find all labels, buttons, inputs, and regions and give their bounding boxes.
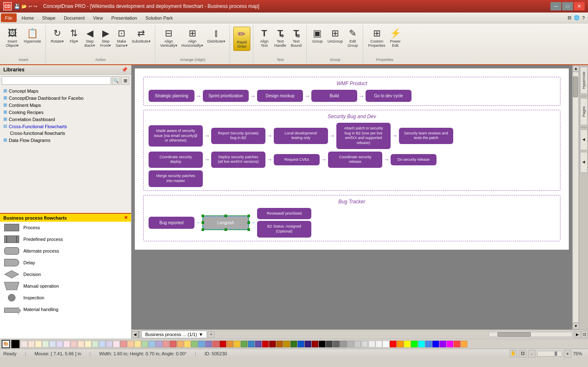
- color-swatch[interactable]: [418, 341, 425, 347]
- color-swatch[interactable]: [191, 341, 198, 347]
- distribute-button[interactable]: ⫿ Distribute▾: [206, 27, 227, 45]
- box-design-mockup[interactable]: Design mockup: [257, 90, 303, 102]
- scroll-track[interactable]: [573, 72, 579, 323]
- zoom-slider-thumb[interactable]: [555, 352, 557, 356]
- box-build[interactable]: Build: [311, 90, 357, 102]
- color-swatch[interactable]: [71, 341, 77, 347]
- box-go-to-dev-cycle[interactable]: Go to dev cycle: [366, 90, 411, 102]
- flip-button[interactable]: ⇅ Flip▾: [66, 27, 81, 45]
- scroll-down-button[interactable]: ▼: [573, 323, 579, 329]
- shape-predefined-process[interactable]: Predefined process: [0, 233, 131, 245]
- color-swatch[interactable]: [248, 341, 255, 347]
- handle-tl[interactable]: [202, 215, 204, 217]
- color-swatch[interactable]: [262, 341, 269, 347]
- color-swatch[interactable]: [205, 341, 212, 347]
- box-coordinate-security-deploy[interactable]: Coordinate security deploy: [149, 152, 203, 168]
- scroll-up-button[interactable]: ▲: [573, 65, 579, 72]
- library-settings-button[interactable]: ⊞: [121, 76, 129, 85]
- color-swatch[interactable]: [340, 341, 347, 347]
- color-swatch[interactable]: [397, 341, 404, 347]
- color-swatch[interactable]: [163, 341, 169, 347]
- color-swatch[interactable]: [106, 341, 113, 347]
- color-swatch[interactable]: [298, 341, 304, 347]
- tree-item-correlation-dashboard[interactable]: ⊞ Correlation Dashboard: [0, 116, 131, 123]
- color-swatch[interactable]: [411, 341, 418, 347]
- rotate-button[interactable]: ↻ Rotate▾: [49, 27, 66, 45]
- shape-manual-operation[interactable]: Manual operation: [0, 280, 131, 292]
- canvas-tab[interactable]: Business process ... (1/1) ▼: [141, 331, 207, 338]
- handle-tr[interactable]: [247, 215, 250, 217]
- tree-item-conceptdraw-dashboard[interactable]: ⊞ ConceptDraw Dashboard for Facebo: [0, 94, 131, 101]
- search-button[interactable]: 🔍: [112, 76, 120, 85]
- make-same-button[interactable]: ⊡ MakeSame▾: [114, 27, 129, 49]
- color-swatch[interactable]: [113, 341, 120, 347]
- color-swatch[interactable]: [56, 341, 63, 347]
- color-swatch[interactable]: [454, 341, 460, 347]
- color-swatch[interactable]: [283, 341, 290, 347]
- group-button[interactable]: ▣ Group: [310, 27, 325, 45]
- tree-item-cross-functional-sub[interactable]: Cross-functional flowcharts: [0, 130, 131, 137]
- fit-page-button[interactable]: ⊡: [581, 331, 588, 338]
- box-languish[interactable]: Languish: [203, 216, 249, 230]
- color-swatch[interactable]: [127, 341, 134, 347]
- align-vertically-button[interactable]: ⊟ AlignVertically▾: [159, 27, 179, 49]
- box-request-cves[interactable]: Request CVEs: [274, 154, 320, 166]
- minimize-button[interactable]: ─: [550, 2, 561, 10]
- box-report-security[interactable]: Report Security (private) bug in BZ: [211, 128, 265, 144]
- handle-ml[interactable]: [202, 221, 204, 224]
- color-swatch[interactable]: [42, 341, 49, 347]
- menu-file[interactable]: File: [1, 13, 17, 22]
- color-picker-icon[interactable]: 🎨: [2, 340, 10, 348]
- custom-properties-button[interactable]: ⊞ CustomProperties: [366, 27, 387, 49]
- box-attach-patch[interactable]: Attach patch to security bug in BZ (one …: [336, 123, 391, 149]
- box-sprint-prioritization[interactable]: Sprint prioritization: [203, 90, 249, 102]
- color-swatch[interactable]: [241, 341, 247, 347]
- zoom-slider[interactable]: [537, 351, 562, 357]
- box-do-security-release[interactable]: Do security release: [391, 154, 437, 166]
- hscroll-left[interactable]: ◀: [131, 331, 138, 338]
- tree-item-concept-maps[interactable]: ⊞ Concept Maps: [0, 87, 131, 94]
- color-swatch[interactable]: [347, 341, 354, 347]
- color-swatch[interactable]: [404, 341, 411, 347]
- ungroup-button[interactable]: ⊞ UnGroup: [326, 27, 345, 45]
- color-swatch[interactable]: [390, 341, 396, 347]
- close-button[interactable]: ✕: [574, 2, 585, 10]
- align-text-button[interactable]: T AlignText: [257, 27, 272, 49]
- box-deploy-security-patches[interactable]: Deploy security patches (all live wmfXX …: [211, 152, 265, 168]
- color-swatch[interactable]: [212, 341, 219, 347]
- color-swatch[interactable]: [290, 341, 297, 347]
- help-icon[interactable]: ?: [582, 15, 585, 20]
- insert-object-button[interactable]: 🖼 InsertObject▾: [4, 27, 20, 49]
- color-swatch[interactable]: [333, 341, 340, 347]
- color-swatch[interactable]: [198, 341, 205, 347]
- color-swatch[interactable]: [319, 341, 326, 347]
- hypernote-button[interactable]: 📋 Hypernote: [22, 27, 43, 45]
- color-black[interactable]: [11, 340, 20, 348]
- box-strategic-planning[interactable]: Strategic planning: [149, 90, 194, 102]
- maximize-button[interactable]: □: [562, 2, 573, 10]
- tab-dropdown-icon[interactable]: ▼: [199, 332, 203, 337]
- shape-process[interactable]: Process: [0, 222, 131, 233]
- color-swatch[interactable]: [368, 341, 375, 347]
- ribbon-collapse-icon[interactable]: ⊟: [568, 15, 571, 20]
- color-swatch[interactable]: [305, 341, 311, 347]
- color-swatch[interactable]: [361, 341, 368, 347]
- text-handle-button[interactable]: T⊕ TextHandle: [273, 27, 288, 49]
- tree-item-data-flow[interactable]: ⊞ Data Flow Diagrams: [0, 137, 131, 144]
- box-bug-reported[interactable]: Bug reported: [149, 217, 194, 229]
- shape-decision[interactable]: Decision: [0, 268, 131, 280]
- hypernote-panel-button[interactable]: Hypernote: [580, 67, 588, 94]
- power-edit-button[interactable]: ⚡ PowerEdit: [388, 27, 403, 49]
- box-security-team-reviews[interactable]: Security team reviews and tests the patc…: [399, 128, 453, 144]
- substitute-button[interactable]: ⇄ Substitute▾: [130, 27, 152, 45]
- shape-alternate-process[interactable]: Alternate process: [0, 245, 131, 257]
- handle-tm[interactable]: [225, 215, 227, 217]
- color-swatch[interactable]: [255, 341, 262, 347]
- zoom-fit-button[interactable]: ⊡: [519, 350, 526, 357]
- right-panel-btn3[interactable]: ▶: [580, 129, 588, 150]
- edit-group-button[interactable]: ✎ EditGroup: [345, 27, 360, 49]
- rapid-draw-button[interactable]: ✏ RapidDraw: [233, 27, 251, 51]
- color-swatch[interactable]: [78, 341, 84, 347]
- color-swatch[interactable]: [312, 341, 318, 347]
- menu-document[interactable]: Document: [60, 13, 89, 23]
